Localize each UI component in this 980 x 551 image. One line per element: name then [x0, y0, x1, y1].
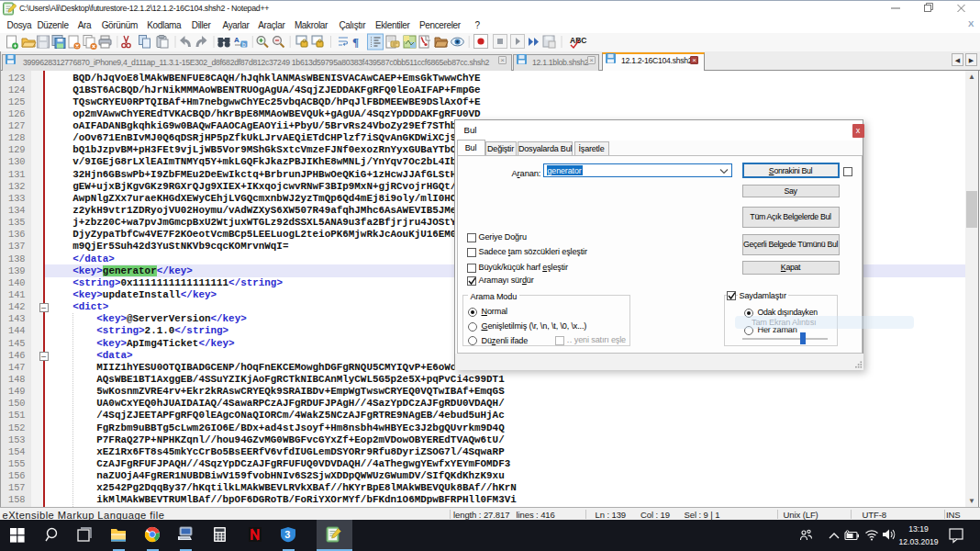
svg-text:¶: ¶: [352, 35, 359, 49]
svg-text:A: A: [234, 36, 239, 44]
svg-text:b: b: [242, 41, 246, 48]
svg-text:3: 3: [284, 529, 290, 540]
